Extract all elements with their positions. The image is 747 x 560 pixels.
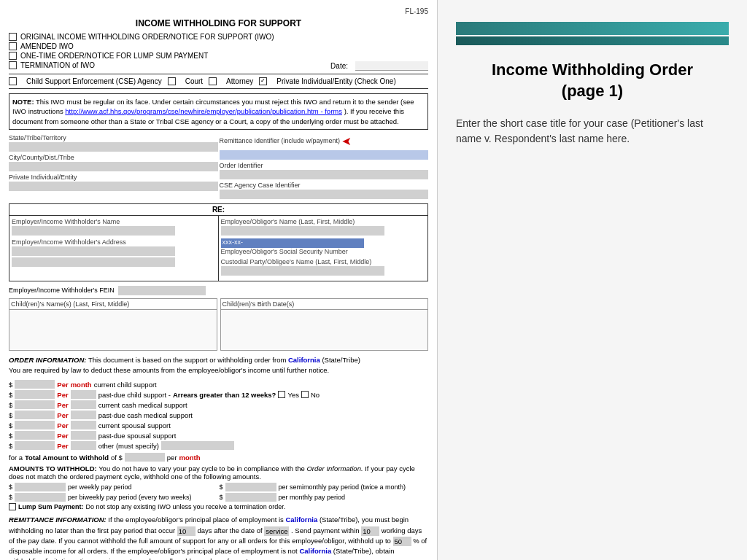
amount-input-1[interactable]: [15, 380, 55, 389]
order-info-title: ORDER INFORMATION:: [9, 356, 86, 364]
divider-1: [9, 74, 428, 74]
per-period-4[interactable]: [71, 411, 96, 419]
other-specify-input[interactable]: [161, 441, 234, 450]
children-dob-content[interactable]: [221, 310, 428, 350]
employer-name-input[interactable]: [12, 226, 175, 236]
current-child-label: current child support: [94, 381, 157, 389]
attorney-checkbox[interactable]: [209, 77, 217, 85]
ssn-field: xxx-xx- Employee/Obligor's Social Securi…: [221, 238, 426, 255]
checkbox-termination-box[interactable]: [9, 61, 17, 69]
checkbox-amended[interactable]: AMENDED IWO: [9, 42, 428, 50]
other-label: other (must specify): [98, 442, 159, 450]
total-row: for a Total Amount to Withhold of $ per …: [9, 453, 428, 462]
per-period-2[interactable]: [71, 390, 96, 399]
date-row: Date:: [330, 61, 428, 71]
note-link1: http://www.acf.hhs.gov/programs/cse/newh…: [65, 107, 342, 115]
order-id-label: Order Identifier: [220, 162, 429, 169]
checkbox-one-time[interactable]: ONE-TIME ORDER/NOTICE FOR LUMP SUM PAYME…: [9, 52, 428, 60]
amounts-semi-row: $ per semimonthly pay period (twice a mo…: [220, 483, 429, 491]
remittance-state1: California: [285, 516, 317, 524]
amount-row-7: $ Per other (must specify): [9, 441, 428, 450]
private-individual-input[interactable]: [9, 182, 218, 191]
form-number: FL-195: [9, 7, 428, 15]
remittance-state2: California: [299, 547, 331, 555]
dollar-2: $: [9, 391, 12, 399]
checkbox-original-box[interactable]: [9, 33, 17, 41]
private-checkbox[interactable]: [259, 77, 267, 85]
current-spousal-label: current spousal support: [98, 421, 171, 429]
employer-address-input2[interactable]: [12, 257, 175, 267]
arrow-icon: ➤: [342, 134, 352, 148]
yes-label: Yes: [287, 391, 299, 399]
no-checkbox[interactable]: [301, 391, 309, 398]
re-content: Employer/Income Withholder's Name Employ…: [9, 216, 427, 281]
checkbox-termination[interactable]: TERMINATION of IWO: [9, 61, 95, 69]
lump-sum-text: Do not stop any existing IWO unless you …: [86, 503, 286, 510]
monthly-input[interactable]: [225, 493, 276, 502]
re-section: RE: Employer/Income Withholder's Name Em…: [9, 203, 428, 281]
teal-bar-2: [456, 36, 729, 45]
re-left: Employer/Income Withholder's Name Employ…: [9, 216, 219, 281]
employer-name-label: Employer/Income Withholder's Name: [12, 218, 216, 225]
children-section: Child(ren)'s Name(s) (Last, First, Middl…: [9, 298, 428, 351]
checkbox-termination-label: TERMINATION of IWO: [20, 61, 95, 69]
weekly-label: per weekly pay period: [68, 483, 132, 491]
weekly-input[interactable]: [15, 483, 66, 491]
per-6: Per: [57, 432, 68, 440]
remittance-text1: If the employee/obligor's principal plac…: [108, 516, 285, 524]
total-of: of $: [111, 454, 123, 462]
checkbox-one-time-label: ONE-TIME ORDER/NOTICE FOR LUMP SUM PAYME…: [20, 52, 208, 60]
children-names-content[interactable]: [9, 310, 217, 350]
cse-checkbox[interactable]: [9, 77, 17, 85]
remittance-input[interactable]: [220, 150, 429, 160]
cse-agency-input[interactable]: [220, 190, 429, 199]
lump-sum-checkbox[interactable]: [9, 503, 16, 510]
order-info-text1: This document is based on the support or…: [88, 356, 288, 364]
employee-name-input[interactable]: [221, 226, 384, 236]
custodial-label: Custodial Party/Obligee's Name (Last, Fi…: [221, 258, 426, 265]
right-panel: Income Withholding Order(page 1) Enter t…: [438, 0, 747, 560]
checkbox-original-label: ORIGINAL INCOME WITHHOLDING ORDER/NOTICE…: [20, 33, 274, 41]
fein-row: Employer/Income Withholder's FEIN: [9, 286, 428, 295]
fein-input[interactable]: [118, 286, 206, 295]
semi-input[interactable]: [225, 483, 276, 491]
per-period-7[interactable]: [71, 441, 96, 450]
checkbox-amended-label: AMENDED IWO: [20, 42, 74, 50]
amounts-to-withhold-section: AMOUNTS TO WITHHOLD: You do not have to …: [9, 464, 428, 510]
custodial-input[interactable]: [221, 266, 384, 276]
cse-agency-label: CSE Agency Case Identifier: [220, 182, 429, 189]
total-input[interactable]: [125, 453, 165, 462]
amount-input-6[interactable]: [15, 431, 55, 440]
yes-checkbox[interactable]: [278, 391, 285, 398]
employer-address-input[interactable]: [12, 246, 175, 256]
amounts-text: You do not have to vary your pay cycle t…: [98, 464, 306, 472]
checkbox-original[interactable]: ORIGINAL INCOME WITHHOLDING ORDER/NOTICE…: [9, 33, 428, 41]
employee-name-field: Employee/Obligor's Name (Last, First, Mi…: [221, 218, 426, 236]
checkbox-one-time-box[interactable]: [9, 52, 17, 60]
amount-input-4[interactable]: [15, 411, 55, 419]
days-value-1: 10: [177, 526, 196, 536]
amount-input-7[interactable]: [15, 441, 55, 450]
per-period-5[interactable]: [71, 421, 96, 429]
checkbox-amended-box[interactable]: [9, 42, 17, 50]
amount-row-3: $ Per current cash medical support: [9, 400, 428, 409]
employer-address-field: Employer/Income Withholder's Address: [12, 238, 216, 267]
biweekly-input[interactable]: [15, 493, 66, 502]
fein-label: Employer/Income Withholder's FEIN: [9, 287, 115, 294]
per-period-6[interactable]: [71, 431, 96, 440]
amount-row-1: $ Per month current child support: [9, 380, 428, 389]
amount-input-5[interactable]: [15, 421, 55, 429]
per-1: Per: [57, 381, 68, 389]
children-names-box: Child(ren)'s Name(s) (Last, First, Middl…: [9, 298, 217, 351]
amount-input-3[interactable]: [15, 400, 55, 409]
court-checkbox[interactable]: [168, 77, 176, 85]
amount-input-2[interactable]: [15, 390, 55, 399]
remittance-text4: . Send payment within: [291, 526, 361, 534]
amount-rows: $ Per month current child support $ Per …: [9, 380, 428, 450]
city-county-input[interactable]: [9, 162, 218, 171]
state-tribe-input[interactable]: [9, 142, 218, 152]
date-field[interactable]: [355, 61, 428, 71]
check-options-row: Child Support Enforcement (CSE) Agency C…: [9, 77, 428, 85]
per-period-3[interactable]: [71, 400, 96, 409]
order-id-input[interactable]: [220, 170, 429, 179]
